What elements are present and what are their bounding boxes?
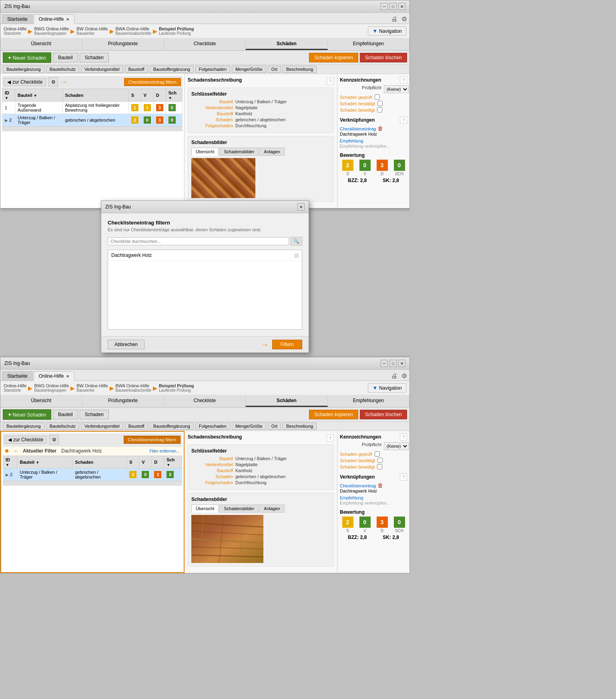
schaden-btn-top[interactable]: Schaden <box>80 53 109 62</box>
sub-verbindungsmittel-bottom[interactable]: Verbindungsmittel <box>81 423 123 430</box>
sub-baustoff-top[interactable]: Baustoff <box>125 66 148 73</box>
tab-online-hilfe-top[interactable]: Online-Hilfe ✕ <box>34 14 75 24</box>
section-nav-schaeden-top[interactable]: Schäden <box>246 38 327 50</box>
tab-close-icon-top[interactable]: ✕ <box>66 17 69 22</box>
help-btn-verk-top[interactable]: ? <box>400 116 407 124</box>
sub-baustoffergaenzung-bottom[interactable]: Baustoffergänzung <box>150 423 194 430</box>
dialog-close-btn[interactable]: ✕ <box>297 203 305 210</box>
sub-bauteilergaenzung-top[interactable]: Bauteilergänzung <box>3 66 44 73</box>
checkbox-geprueft-input-bottom[interactable] <box>375 451 380 457</box>
sub-baustoffergaenzung-top[interactable]: Baustoffergänzung <box>150 66 194 73</box>
checkbox-geprueft-input-top[interactable] <box>375 94 380 100</box>
section-nav-pruefungstexte-top[interactable]: Prüfungstexte <box>82 38 164 50</box>
sub-beschreibung-top[interactable]: Beschreibung <box>283 66 317 73</box>
tab-startseite-top[interactable]: Startseite <box>2 14 33 24</box>
section-nav-empfehlungen-bottom[interactable]: Empfehlungen <box>328 395 409 407</box>
img-tab-uebersicht-top[interactable]: Übersicht <box>191 148 219 156</box>
checkbox-bestaetigt-input-bottom[interactable] <box>377 458 383 463</box>
checkbox-beseitigt-input-bottom[interactable] <box>377 464 382 469</box>
img-tab-anlagen-bottom[interactable]: Anlagen <box>259 505 284 513</box>
pruefpflicht-select-bottom[interactable]: (Keine) <box>384 442 409 450</box>
checklisteneintrag-label-top[interactable]: Checklisteneintrag <box>340 126 376 131</box>
delete-schaden-btn-bottom[interactable]: Schaden löschen <box>360 410 407 419</box>
section-nav-uebersicht-bottom[interactable]: Übersicht <box>0 395 82 407</box>
print-icon-bottom[interactable]: 🖨 <box>390 372 398 381</box>
section-nav-checkliste-bottom[interactable]: Checkliste <box>164 395 246 407</box>
tab-online-hilfe-bottom[interactable]: Online-Hilfe ✕ <box>34 371 75 381</box>
table-row[interactable]: ▶ 2 Unterzug / Balken / Träger gebrochen… <box>2 114 183 126</box>
help-btn-center-top[interactable]: ? <box>327 78 334 85</box>
section-nav-empfehlungen-top[interactable]: Empfehlungen <box>328 38 409 50</box>
sub-menge-bottom[interactable]: Menge/Größe <box>232 423 266 430</box>
tab-close-icon-bottom[interactable]: ✕ <box>66 374 69 379</box>
copy-schaden-btn-bottom[interactable]: Schaden kopieren <box>309 410 358 419</box>
section-nav-schaeden-bottom[interactable]: Schäden <box>246 395 327 407</box>
sub-ort-top[interactable]: Ort <box>268 66 281 73</box>
minimize-btn-top[interactable]: ─ <box>381 3 388 10</box>
settings-btn-top[interactable]: ⚙ <box>48 77 58 87</box>
checkbox-bestaetigt-input-top[interactable] <box>377 101 383 106</box>
empfehlung-label-bottom[interactable]: Empfehlung <box>340 495 363 500</box>
section-nav-pruefungstexte-bottom[interactable]: Prüfungstexte <box>82 395 164 407</box>
dialog-search-input[interactable] <box>108 237 289 245</box>
help-btn-kenn-top[interactable]: ? <box>400 76 407 84</box>
close-btn-bottom[interactable]: ✕ <box>398 360 405 367</box>
checklisteneintrag-label-bottom[interactable]: Checklisteneintrag <box>340 483 376 488</box>
section-nav-checkliste-top[interactable]: Checkliste <box>164 38 246 50</box>
restore-btn-top[interactable]: □ <box>389 3 397 10</box>
img-tab-uebersicht-bottom[interactable]: Übersicht <box>191 505 219 513</box>
nav-btn-bottom[interactable]: ▼ Navigation <box>368 383 406 393</box>
tab-startseite-bottom[interactable]: Startseite <box>2 371 33 381</box>
breadcrumb-item-4-top[interactable]: BWA Online-HilfeBauwerksabschnitte <box>116 26 152 36</box>
dialog-list-item[interactable]: Dachtragwerk Holz ⬜ <box>108 250 302 261</box>
h-scrollbar-top[interactable] <box>2 126 183 131</box>
breadcrumb-item-3-bottom[interactable]: BW Online-HilfeBauwerke <box>76 383 108 393</box>
row-expand-icon-bottom[interactable]: ▶ <box>6 473 9 477</box>
breadcrumb-item-3-top[interactable]: BW Online-HilfeBauwerke <box>76 26 108 36</box>
empfehlung-label-top[interactable]: Empfehlung <box>340 138 363 143</box>
bauteil-btn-top[interactable]: Bauteil <box>53 53 78 62</box>
sub-ort-bottom[interactable]: Ort <box>268 423 281 430</box>
help-btn-kenn-bottom[interactable]: ? <box>400 433 407 441</box>
sub-bauteilschutz-top[interactable]: Bauteilschutz <box>46 66 79 73</box>
breadcrumb-item-1-bottom[interactable]: Online-HilfeStandorte <box>4 383 26 393</box>
filter-remove-bottom[interactable]: Filter entfernen... <box>149 449 180 453</box>
back-to-checklist-btn-top[interactable]: ◀ zur Checkliste <box>4 78 46 86</box>
dialog-cancel-btn[interactable]: Abbrechen <box>108 340 144 349</box>
breadcrumb-item-1-top[interactable]: Online-HilfeStandorte <box>4 26 26 36</box>
sub-folgeschaden-bottom[interactable]: Folgeschaden <box>195 423 230 430</box>
sub-verbindungsmittel-top[interactable]: Verbindungsmittel <box>81 66 123 73</box>
dialog-search-btn[interactable]: 🔍 <box>291 237 302 246</box>
restore-btn-bottom[interactable]: □ <box>389 360 397 367</box>
filter-btn-bottom[interactable]: Checklisteneintrag filtern <box>124 436 181 444</box>
close-btn-top[interactable]: ✕ <box>398 3 405 10</box>
table-row[interactable]: 1 Tragende Außenwand Abplatzung mit frei… <box>2 102 183 114</box>
help-btn-center-bottom[interactable]: ? <box>327 435 334 442</box>
pruefpflicht-select-top[interactable]: (Keine) <box>384 85 409 93</box>
delete-checklisteneintrag-icon-bottom[interactable]: 🗑 <box>377 482 383 489</box>
print-icon-top[interactable]: 🖨 <box>390 15 398 24</box>
delete-schaden-btn-top[interactable]: Schaden löschen <box>360 53 407 62</box>
new-schaden-btn-top[interactable]: + Neuer Schaden <box>3 52 51 63</box>
sub-beschreibung-bottom[interactable]: Beschreibung <box>283 423 317 430</box>
row-expand-icon-top[interactable]: ▶ <box>5 118 8 122</box>
img-tab-schadensbilder-top[interactable]: Schadensbilder <box>219 148 259 156</box>
section-nav-uebersicht-top[interactable]: Übersicht <box>0 38 82 50</box>
img-tab-schadensbilder-bottom[interactable]: Schadensbilder <box>219 505 259 513</box>
table-row[interactable]: ▶ 2 Unterzug / Balken / Träger gebrochen… <box>3 469 182 481</box>
sub-bauteilergaenzung-bottom[interactable]: Bauteilergänzung <box>3 423 44 430</box>
bauteil-btn-bottom[interactable]: Bauteil <box>53 410 78 419</box>
dialog-filter-btn[interactable]: Filtern <box>272 340 302 349</box>
breadcrumb-item-2-top[interactable]: BWG Online-HilfeBauwerksgruppen <box>34 26 69 36</box>
img-tab-anlagen-top[interactable]: Anlagen <box>259 148 284 156</box>
sub-menge-top[interactable]: Menge/Größe <box>232 66 266 73</box>
sub-folgeschaden-top[interactable]: Folgeschaden <box>195 66 230 73</box>
delete-checklisteneintrag-icon-top[interactable]: 🗑 <box>377 125 383 132</box>
help-btn-verk-bottom[interactable]: ? <box>400 473 407 481</box>
schaden-btn-bottom[interactable]: Schaden <box>80 410 109 419</box>
h-scrollbar-bottom[interactable] <box>3 481 182 486</box>
breadcrumb-item-5-top[interactable]: Beispiel PrüfungLaufende Prüfung <box>159 26 194 36</box>
sub-bauteilschutz-bottom[interactable]: Bauteilschutz <box>46 423 79 430</box>
gear-icon-bottom[interactable]: ⚙ <box>401 371 408 381</box>
breadcrumb-item-4-bottom[interactable]: BWA Online-HilfeBauwerksabschnitte <box>116 383 152 393</box>
